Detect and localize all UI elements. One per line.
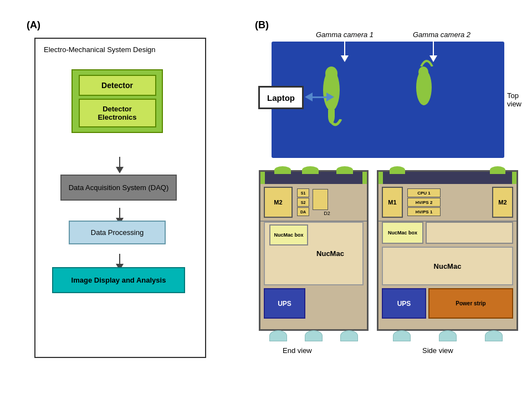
system-design-box: Electro-Mechanical System Design Detecto…: [34, 38, 206, 358]
system-title: Electro-Mechanical System Design: [44, 45, 193, 54]
side-foot-1: [393, 330, 411, 341]
ups-left: UPS: [264, 288, 305, 319]
detector-electronics-box: Detector Electronics: [79, 99, 156, 127]
data-processing-box: Data Processing: [69, 221, 166, 244]
top-view-label: Top view: [507, 91, 532, 108]
detector-box: Detector: [79, 75, 156, 96]
foot-2: [305, 330, 323, 341]
side-foot-3: [485, 330, 503, 341]
camera2-label: Gamma camera 2: [413, 30, 470, 39]
camera1-arrow: [341, 42, 349, 62]
side-view-label: Side view: [422, 346, 453, 355]
double-arrow: [305, 93, 334, 101]
daq-box: Data Acquisition System (DAQ): [60, 175, 177, 201]
section-b-label: (B): [255, 19, 269, 31]
power-strip: Power strip: [428, 288, 513, 319]
side-foot-2: [439, 330, 457, 341]
image-display-box: Image Display and Analysis: [52, 267, 185, 293]
arrow-1: [116, 157, 124, 173]
section-a-label: (A): [27, 19, 40, 31]
d2-label: D2: [313, 211, 341, 216]
nucmac-area-left: NucMac box NucMac: [264, 222, 364, 285]
ups-right: UPS: [382, 288, 426, 319]
detector-group: Detector Detector Electronics: [71, 69, 163, 133]
m1-module: M1: [382, 187, 403, 218]
nucmac-area-right: NucMac: [382, 247, 513, 285]
m2-side: M2: [492, 187, 513, 218]
end-view-cart: M2 S1 S2 DA D2 NucMac box NucMac box Nuc…: [259, 170, 369, 331]
end-view-label: End view: [283, 346, 312, 355]
nucmac-box-right: NucMac box: [382, 222, 423, 244]
camera1-label: Gamma camera 1: [316, 30, 374, 39]
side-view-cart: M1 CPU 1 HV/PS 2 HV/PS 1 M2 NucMac box N…: [377, 170, 518, 331]
foot-1: [269, 330, 287, 341]
m2-module: M2: [264, 187, 293, 218]
laptop-box: Laptop: [258, 86, 304, 109]
foot-3: [340, 330, 358, 341]
